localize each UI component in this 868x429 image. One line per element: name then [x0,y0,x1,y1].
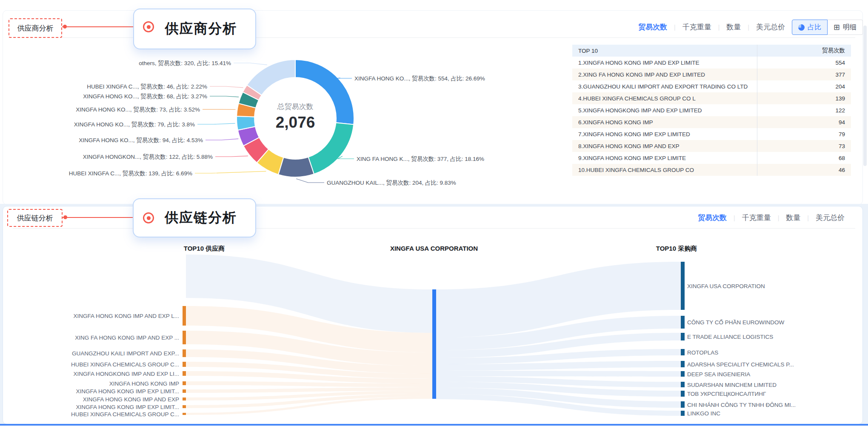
table-row[interactable]: 10.HUBEI XINGFA CHEMICALS GROUP CO46 [572,164,851,176]
sankey-buyer-node-8[interactable] [681,401,685,408]
donut-label-line [195,171,266,173]
donut-label: HUBEI XINGFA C..., 贸易次数: 46, 占比: 2.22% [87,83,207,90]
sankey-buyer-node-2[interactable] [681,333,685,340]
company-name: 4.HUBEI XINGFA CHEMICALS GROUP CO L [572,95,757,102]
company-name: 2.XING FA HONG KONG IMP AND EXP LIMITED [572,72,757,78]
sankey-supplier-node-1[interactable] [183,331,186,344]
sankey-supplier-label: XINGFA HONG KONG IMP EXP LIMIT... [76,404,179,410]
page-title-supplier: 供应商分析 [152,20,237,38]
trade-count-value: 377 [757,72,851,78]
sankey-buyer-node-6[interactable] [681,382,685,387]
donut-center-total: 2,076 [276,114,315,131]
sankey-supplier-node-2[interactable] [183,349,186,357]
ratio-view-button[interactable]: 占比 [792,20,828,35]
donut-center-title: 总贸易次数 [277,103,314,111]
sankey-buyer-label: ТОВ УКРСПЕЦКОНСАЛТИНГ [687,391,766,397]
sankey-supplier-node-5[interactable] [183,381,186,385]
donut-label: XINGFA HONG KO..., 贸易次数: 94, 占比: 4.53% [79,137,203,143]
sankey-buyer-node-5[interactable] [681,371,685,377]
donut-label: XINGFA HONG KO..., 贸易次数: 79, 占比: 3.8% [74,121,195,128]
tab-separator: | [674,24,676,31]
sankey-buyer-node-9[interactable] [681,411,685,416]
tab-kg-weight[interactable]: 千克重量 [742,213,771,223]
sankey-supplier-node-9[interactable] [183,413,186,415]
sankey-center-node[interactable] [432,289,436,399]
sankey-supplier-node-4[interactable] [183,371,186,376]
sankey-supplier-label: XINGFA HONG KONG IMP EXP LIMIT... [76,388,179,395]
tab-trade-count[interactable]: 贸易次数 [638,22,667,32]
trade-count-value: 68 [757,155,851,161]
table-row[interactable]: 3.GUANGZHOU KAILI IMPORT AND EXPORT TRAD… [572,80,851,92]
donut-label: XINGFA HONG KO..., 贸易次数: 73, 占比: 3.52% [76,106,200,113]
section-tag-label: 供应链分析 [17,213,53,223]
sankey-supplier-node-0[interactable] [183,306,186,326]
tab-trade-count[interactable]: 贸易次数 [698,213,727,223]
pie-icon [798,24,805,31]
company-name: 1.XINGFA HONG KONG IMP AND EXP LIMITE [572,60,757,66]
tab-kg-weight[interactable]: 千克重量 [682,22,711,32]
sankey-supplier-label: XINGFA HONG KONG IMP [109,380,179,387]
sankey-supplier-node-6[interactable] [183,389,186,393]
section-tag-supplier[interactable]: 供应商分析 [9,18,62,38]
donut-label: GUANGZHOU KAIL..., 贸易次数: 204, 占比: 9.83% [327,180,456,186]
sankey-buyer-node-0[interactable] [681,262,685,310]
tab-separator: | [778,214,779,221]
donut-slice-10[interactable] [247,60,295,95]
donut-label: XINGFA HONG KO..., 贸易次数: 554, 占比: 26.69% [354,75,485,82]
table-row[interactable]: 6.XINGFA HONG KONG IMP94 [572,116,851,128]
table-row[interactable]: 9.XINGFA HONG KONG IMP EXP LIMITE68 [572,152,851,164]
sankey-supplier-label: HUBEI XINGFA CHEMICALS GROUP C... [71,361,179,368]
sankey-buyer-node-1[interactable] [681,316,685,329]
sankey-buyer-label: CHI NHÁNH CÔNG TY TNHH ĐÔNG MI... [687,402,796,408]
table-header-top10: TOP 10 [572,48,757,54]
sankey-buyer-node-7[interactable] [681,391,685,397]
sankey-buyer-node-3[interactable] [681,349,685,355]
table-column-divider [757,45,757,176]
tab-usd-total[interactable]: 美元总价 [816,213,845,223]
sankey-buyer-node-4[interactable] [681,361,685,367]
donut-label: others, 贸易次数: 320, 占比: 15.41% [139,60,231,66]
table-row[interactable]: 4.HUBEI XINGFA CHEMICALS GROUP CO L139 [572,92,851,104]
table-row[interactable]: 2.XING FA HONG KONG IMP AND EXP LIMITED3… [572,69,851,80]
company-name: 5.XINGFA HONGKONG IMP AND EXP LIMITED [572,107,757,114]
ratio-view-label: 占比 [808,23,821,32]
table-row[interactable]: 7.XINGFA HONG KONG IMP EXP LIMITED79 [572,128,851,140]
donut-label: HUBEI XINGFA C..., 贸易次数: 139, 占比: 6.69% [69,170,192,177]
donut-slice-1[interactable] [308,123,354,174]
section-tag-supply-chain[interactable]: 供应链分析 [7,209,63,227]
target-ring-icon [143,212,154,223]
sankey-supplier-label: XING FA HONG KONG IMP AND EXP ... [75,335,179,341]
company-name: 9.XINGFA HONG KONG IMP EXP LIMITE [572,155,757,161]
detail-view-label: 明细 [843,23,857,32]
donut-label-line [296,179,324,183]
donut-label-line [234,63,267,65]
sankey-supplier-node-7[interactable] [183,398,186,400]
company-name: 6.XINGFA HONG KONG IMP [572,119,757,126]
tab-quantity[interactable]: 数量 [786,213,800,223]
donut-slice-2[interactable] [278,157,314,177]
sankey-buyer-label: E TRADE ALLIANCE LOGISTICS [687,334,773,340]
sankey-buyer-label: CÔNG TY CỔ PHẦN EUROWINDOW [687,319,785,326]
supply-chain-sankey: XINGFA HONG KONG IMP AND EXP L...XING FA… [0,203,868,429]
sankey-supplier-node-3[interactable] [183,362,186,367]
table-row[interactable]: 5.XINGFA HONGKONG IMP AND EXP LIMITED122 [572,104,851,116]
sankey-supplier-label: GUANGZHOU KAILI IMPORT AND EXP... [72,350,179,357]
supply-chain-metric-tabs: 贸易次数 | 千克重量 | 数量 | 美元总价 [698,213,845,223]
donut-label-line [336,78,352,78]
tab-quantity[interactable]: 数量 [726,22,741,32]
sankey-buyer-label: ROTOPLAS [687,349,718,356]
table-row[interactable]: 1.XINGFA HONG KONG IMP AND EXP LIMITE554 [572,57,851,69]
tab-usd-total[interactable]: 美元总价 [756,22,785,32]
sankey-supplier-node-8[interactable] [183,405,186,408]
detail-view-button[interactable]: ⊞ 明细 [828,20,863,35]
table-row[interactable]: 8.XINGFA HONG KONG IMP AND EXP73 [572,140,851,152]
sankey-buyer-label: LINKGO INC [687,410,720,417]
trade-count-value: 554 [757,60,851,66]
donut-label-line [210,86,243,88]
tab-separator: | [734,214,735,221]
trade-count-value: 79 [757,131,851,137]
sankey-buyer-label: DEEP SEA INGENIERIA [687,371,750,378]
connector-dot [63,215,67,219]
section-tag-label: 供应商分析 [17,23,54,33]
sankey-column-header-1: XINGFA USA CORPORATION [390,245,478,252]
